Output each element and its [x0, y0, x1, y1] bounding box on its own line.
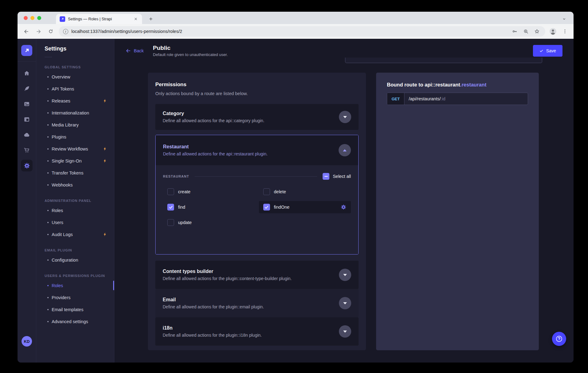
sidebar-item-label: Internationalization — [52, 110, 89, 115]
back-label[interactable]: Back — [134, 48, 144, 53]
url-text[interactable]: localhost:1337/admin/settings/users-perm… — [71, 29, 508, 34]
permission-findone[interactable]: findOne — [259, 201, 351, 213]
marketplace-icon[interactable] — [23, 146, 30, 154]
checked-checkbox[interactable] — [167, 204, 174, 211]
sidebar-item-review-workflows[interactable]: Review Workflows — [36, 143, 114, 155]
permission-update[interactable]: update — [163, 216, 255, 229]
save-button[interactable]: Save — [533, 45, 562, 57]
sidebar-item-internationalization[interactable]: Internationalization — [36, 107, 114, 119]
sidebar-item-transfer-tokens[interactable]: Transfer Tokens — [36, 167, 114, 179]
address-bar[interactable]: i localhost:1337/admin/settings/users-pe… — [59, 26, 545, 37]
sidebar-item-single-sign-on[interactable]: Single Sign-On — [36, 155, 114, 167]
checked-checkbox[interactable] — [263, 204, 270, 211]
sidebar-item-roles[interactable]: Roles — [36, 204, 114, 216]
sidebar-item-users[interactable]: Users — [36, 216, 114, 228]
forward-nav-icon[interactable] — [34, 27, 43, 36]
password-key-icon[interactable] — [511, 27, 519, 35]
accordion-email[interactable]: Email Define all allowed actions for the… — [155, 289, 359, 317]
content-manager-icon[interactable] — [23, 85, 30, 92]
browser-menu-icon[interactable] — [561, 27, 569, 36]
sidebar-item-label: Advanced settings — [52, 319, 88, 324]
sidebar-item-webhooks[interactable]: Webhooks — [36, 179, 114, 191]
bullet-icon — [47, 100, 49, 102]
sidebar-item-media-library[interactable]: Media Library — [36, 119, 114, 131]
site-info-icon[interactable]: i — [63, 29, 68, 34]
indeterminate-checkbox-icon[interactable] — [323, 173, 329, 180]
close-window-button[interactable] — [24, 16, 28, 20]
scrolled-description-field-bottom[interactable] — [345, 58, 542, 63]
sidebar-item-email-templates[interactable]: Email templates — [36, 303, 114, 315]
sidebar-item-configuration[interactable]: Configuration — [36, 254, 114, 266]
unchecked-checkbox[interactable] — [167, 219, 174, 226]
accordion-category[interactable]: Category Define all allowed actions for … — [155, 104, 359, 130]
sidebar-item-providers[interactable]: Providers — [36, 291, 114, 303]
sidebar-item-label: Review Workflows — [52, 146, 88, 151]
accordion-description: Define all allowed actions for the plugi… — [163, 333, 262, 338]
permission-find[interactable]: find — [163, 201, 255, 213]
unchecked-checkbox[interactable] — [263, 188, 270, 195]
zoom-in-icon[interactable] — [522, 27, 530, 35]
bullet-icon — [47, 88, 49, 90]
cloud-icon[interactable] — [23, 131, 30, 138]
select-all-checkbox[interactable]: Select all — [323, 173, 351, 180]
route-path: /api/restaurants/:id — [404, 93, 450, 105]
sidebar-item-audit-logs[interactable]: Audit Logs — [36, 228, 114, 240]
chevron-down-icon[interactable] — [339, 297, 351, 309]
browser-tab[interactable]: Settings — Roles | Strapi — [56, 14, 142, 24]
user-avatar[interactable]: KD — [22, 336, 32, 347]
media-library-icon[interactable] — [23, 100, 30, 108]
sidebar-item-roles[interactable]: Roles — [36, 279, 114, 291]
minimize-window-button[interactable] — [30, 16, 34, 20]
permission-label: find — [178, 205, 185, 210]
chevron-down-icon[interactable] — [339, 111, 351, 123]
chevron-up-icon[interactable] — [339, 144, 351, 156]
iconbar-divider — [18, 61, 36, 62]
route-input[interactable]: GET /api/restaurants/:id — [387, 93, 528, 105]
new-tab-button[interactable] — [147, 15, 155, 23]
content-type-builder-icon[interactable] — [23, 116, 30, 123]
accordion-restaurant-header[interactable]: Restaurant Define all allowed actions fo… — [156, 135, 358, 165]
sidebar-item-label: Plugins — [52, 134, 66, 139]
chevron-down-icon[interactable] — [339, 269, 351, 281]
reload-icon[interactable] — [46, 27, 55, 36]
sidebar-item-api-tokens[interactable]: API Tokens — [36, 83, 114, 95]
sidebar-item-overview[interactable]: Overview — [36, 71, 114, 83]
sidebar-item-label: Releases — [52, 98, 70, 103]
sidebar-item-label: Providers — [52, 295, 70, 300]
permission-create[interactable]: create — [163, 186, 255, 198]
bullet-icon — [47, 160, 49, 162]
accordion-description: Define all allowed actions for the api::… — [163, 151, 268, 156]
tab-search-chevron-icon[interactable] — [560, 15, 568, 23]
bookmark-star-icon[interactable] — [533, 27, 541, 35]
bullet-icon — [47, 285, 49, 286]
sidebar-item-advanced-settings[interactable]: Advanced settings — [36, 315, 114, 327]
help-button[interactable] — [552, 332, 566, 346]
lightning-icon — [103, 98, 107, 103]
back-link[interactable]: Back — [125, 48, 144, 54]
sidebar-item-label: Roles — [52, 283, 63, 288]
settings-icon[interactable] — [21, 160, 33, 171]
subnav-section-administration-panel: ADMINISTRATION PANEL — [36, 199, 114, 203]
sidebar-item-label: Email templates — [52, 307, 83, 312]
strapi-logo[interactable] — [21, 45, 32, 56]
bullet-icon — [47, 234, 49, 235]
permissions-subtitle: Only actions bound by a route are listed… — [155, 91, 359, 96]
tab-close-icon[interactable] — [133, 16, 138, 22]
accordion-i18n[interactable]: i18n Define all allowed actions for the … — [155, 317, 359, 346]
bound-route-panel: Bound route to api::restaurant.restauran… — [376, 73, 539, 350]
back-nav-icon[interactable] — [22, 27, 30, 36]
permission-delete[interactable]: delete — [259, 186, 351, 198]
accordion-content-types-builder[interactable]: Content types builder Define all allowed… — [155, 261, 359, 289]
main-content: Back Public Default role given to unauth… — [114, 39, 574, 363]
maximize-window-button[interactable] — [37, 16, 41, 20]
browser-profile-avatar[interactable] — [549, 27, 557, 35]
route-path-base: /api/restaurants/ — [409, 96, 441, 101]
chevron-down-icon[interactable] — [339, 325, 351, 338]
permission-label: findOne — [274, 205, 290, 210]
gear-icon[interactable] — [340, 204, 347, 210]
unchecked-checkbox[interactable] — [167, 188, 174, 195]
home-icon[interactable] — [23, 70, 30, 77]
accordion-restaurant-expanded: Restaurant Define all allowed actions fo… — [155, 135, 359, 255]
sidebar-item-plugins[interactable]: Plugins — [36, 131, 114, 143]
sidebar-item-releases[interactable]: Releases — [36, 95, 114, 107]
